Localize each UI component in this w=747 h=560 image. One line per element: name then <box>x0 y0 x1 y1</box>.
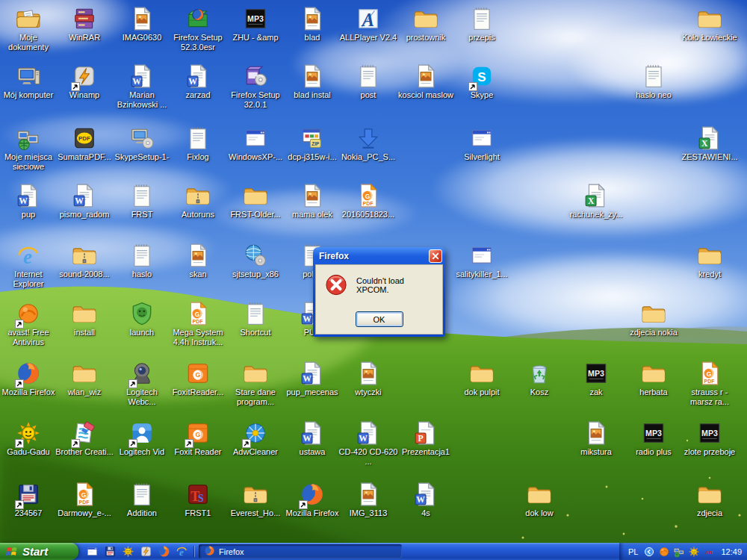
avast-tray-icon[interactable] <box>658 546 670 558</box>
desktop-icon-skypesetup-1[interactable]: SkypeSetup-1- <box>112 125 172 162</box>
desktop-icon-img-3113[interactable]: IMG_3113 <box>338 482 398 518</box>
desktop-icon-zlote-przeboje[interactable]: MP3zlote przeboje <box>680 420 740 457</box>
firefox-quicklaunch-icon[interactable] <box>158 545 170 558</box>
desktop-icon-foxitreader[interactable]: GFoxitReader... <box>168 361 228 397</box>
desktop-icon-cd-420-cd-620[interactable]: WCD-420 CD-620 ... <box>338 420 398 467</box>
desktop-icon-dcp-j315w-i[interactable]: ZIPdcp-j315w-i... <box>282 125 342 162</box>
desktop-icon-prostownik[interactable]: prostownik <box>396 6 456 43</box>
desktop-icon-zarzad[interactable]: Wzarzad <box>168 63 228 100</box>
desktop-icon-kosz[interactable]: Kosz <box>509 361 569 397</box>
desktop-icon-darmowy-e[interactable]: GPDFDarmowy_e-... <box>55 482 114 518</box>
desktop-icon-winamp[interactable]: Winamp <box>55 63 114 100</box>
desktop-icon-firefox-setup-52-3-0esr[interactable]: Firefox Setup 52.3.0esr <box>168 6 228 52</box>
desktop-icon-windowsxp[interactable]: WindowsXP-... <box>226 125 285 162</box>
desktop-icon-m-j-komputer[interactable]: Mój komputer <box>0 63 58 100</box>
taskbar-task-firefox[interactable]: Firefox <box>199 544 402 559</box>
gadu-quicklaunch-icon[interactable] <box>122 545 134 558</box>
desktop-icon-moje-miejsca-sieciowe[interactable]: Moje miejsca sieciowe <box>0 125 58 172</box>
desktop-icon-winrar[interactable]: WinRAR <box>55 6 114 43</box>
desktop-icon-gadu-gadu[interactable]: Gadu-Gadu <box>0 420 58 457</box>
desktop-icon-pup[interactable]: Wpup <box>0 183 58 220</box>
desktop-icon-zestawieni[interactable]: XZESTAWIENI... <box>680 125 740 162</box>
desktop-icon-avast-free-antivirus[interactable]: avast! Free Antivirus <box>0 301 58 347</box>
desktop-icon-radio-plus[interactable]: MP3radio plus <box>624 420 684 457</box>
ati-tray-icon[interactable]: ATI <box>703 546 715 558</box>
desktop-icon-prezentacja1[interactable]: PPrezentacja1 <box>396 420 456 457</box>
desktop-icon-addition[interactable]: Addition <box>112 482 172 518</box>
desktop-icon-frst-older[interactable]: FRST-Older... <box>226 183 285 220</box>
desktop-icon-fixlog[interactable]: Fixlog <box>168 125 228 162</box>
desktop-icon-imag0630[interactable]: IMAG0630 <box>112 6 172 43</box>
desktop-icon-kosciol-maslow[interactable]: kosciol maslow <box>396 63 456 100</box>
desktop-icon-skan[interactable]: skan <box>168 243 228 279</box>
desktop-icon-234567[interactable]: 234567 <box>0 482 58 518</box>
desktop-icon-everest-ho[interactable]: Everest_Ho... <box>226 482 285 518</box>
network-tray-icon[interactable] <box>673 546 685 558</box>
desktop-icon-zhu-amp[interactable]: MP3ZHU - &amp <box>226 6 285 43</box>
desktop-icon-blad-instal[interactable]: blad instal <box>282 63 342 100</box>
desktop-icon-mikstura[interactable]: mikstura <box>566 420 626 457</box>
desktop-icon-salitykiller-1[interactable]: salitykiller_1... <box>452 243 512 279</box>
desktop-icon-herbata[interactable]: herbata <box>624 361 684 397</box>
desktop-icon-logitech-vid[interactable]: Logitech Vid <box>112 420 172 457</box>
desktop-icon-firefox-setup-32-0-1[interactable]: Firefox Setup 32.0.1 <box>226 63 285 110</box>
desktop-icon-stare-dane-program[interactable]: Stare dane program... <box>226 361 285 407</box>
desktop-icon-shortcut[interactable]: Shortcut <box>226 301 285 337</box>
desktop-icon-mozilla-firefox[interactable]: Mozilla Firefox <box>0 361 58 397</box>
desktop-icon-przepis[interactable]: przepis <box>452 6 512 43</box>
gadu-tray-icon[interactable] <box>688 546 700 558</box>
desktop-icon-2016051823[interactable]: GPDF2016051823... <box>338 183 398 220</box>
language-indicator[interactable]: PL <box>628 547 638 556</box>
desktop-icon-marian-bzinkowski[interactable]: WMarian Bzinkowski ... <box>112 63 172 110</box>
ok-button[interactable]: OK <box>356 311 403 327</box>
desktop-icon-haslo-neo[interactable]: haslo neo <box>624 63 684 100</box>
appwin-quicklaunch-icon[interactable] <box>86 545 99 558</box>
desktop-icon-mega-system-4-4h-instruk[interactable]: GPDFMega System 4.4h Instruk... <box>168 301 228 347</box>
desktop-icon-sjtsetup-x86[interactable]: sjtsetup_x86 <box>226 243 285 279</box>
winamp-quicklaunch-icon[interactable] <box>140 545 152 558</box>
dialog-title-bar[interactable]: Firefox <box>315 247 443 264</box>
desktop-icon-silverlight[interactable]: Silverlight <box>452 125 512 162</box>
ie-quicklaunch-icon[interactable]: e <box>176 545 188 558</box>
desktop-icon-sumatrapdf[interactable]: PDFSumatraPDF... <box>55 125 114 162</box>
desktop-icon-mozilla-firefox[interactable]: Mozilla Firefox <box>282 482 342 518</box>
desktop-icon-adwcleaner[interactable]: AdwCleaner <box>226 420 285 457</box>
clock[interactable]: 12:49 <box>721 547 742 556</box>
desktop-icon-blad[interactable]: blad <box>282 6 342 43</box>
hide-arrow-tray-icon[interactable] <box>643 546 655 558</box>
desktop-icon-strauss-r-marsz-ra[interactable]: GPDFstrauss r - marsz ra... <box>680 361 740 407</box>
desktop-icon-moje-dokumenty[interactable]: Moje dokumenty <box>0 6 58 52</box>
desktop-icon-kredyt[interactable]: kredyt <box>680 243 740 279</box>
desktop-icon-brother-creati[interactable]: Brother Creati... <box>55 420 114 457</box>
desktop-icon-frst[interactable]: FRST <box>112 183 172 220</box>
desktop-icon-logitech-webc[interactable]: Logitech Webc... <box>112 361 172 407</box>
desktop-icon-frst1[interactable]: TSFRST1 <box>168 482 228 518</box>
desktop-icon-internet-explorer[interactable]: eInternet Explorer <box>0 243 58 289</box>
desktop-icon-install[interactable]: install <box>55 301 114 337</box>
desktop-icon-pup-mecenas[interactable]: Wpup_mecenas <box>282 361 342 397</box>
desktop-icon-nokia-pc-s[interactable]: Nokia_PC_S... <box>338 125 398 162</box>
desktop-icon-rachunek-zy[interactable]: Xrachunek_zy... <box>566 183 626 220</box>
desktop-icon-sound-2008[interactable]: sound-2008... <box>55 243 114 279</box>
desktop-icon-foxit-reader[interactable]: GFoxit Reader <box>168 420 228 457</box>
floppy-quicklaunch-icon[interactable] <box>104 545 117 558</box>
desktop-icon-zdjecia[interactable]: zdjecia <box>680 482 740 518</box>
desktop-icon-autoruns[interactable]: Autoruns <box>168 183 228 220</box>
desktop-icon-4s[interactable]: W4s <box>396 482 456 518</box>
desktop-icon-post[interactable]: post <box>338 63 398 100</box>
desktop-icon-launch[interactable]: launch <box>112 301 172 337</box>
desktop-icon-allplayer-v2-4[interactable]: AALLPlayer V2.4 <box>338 6 398 43</box>
desktop-icon-pismo-radom[interactable]: Wpismo_radom <box>55 183 114 220</box>
desktop-icon-ko-o-owieckie[interactable]: Koło Łowieckie <box>680 6 740 43</box>
desktop-icon-wtyczki[interactable]: wtyczki <box>338 361 398 397</box>
desktop-icon-zak[interactable]: MP3zak <box>566 361 626 397</box>
desktop-icon-ustawa[interactable]: Wustawa <box>282 420 342 457</box>
start-button[interactable]: Start <box>0 543 78 560</box>
desktop-icon-mama-olek[interactable]: mama olek <box>282 183 342 220</box>
desktop-icon-haslo[interactable]: haslo <box>112 243 172 279</box>
desktop-icon-skype[interactable]: SSkype <box>452 63 512 100</box>
desktop-icon-zdjecia-nokia[interactable]: zdjecia nokia <box>624 301 684 337</box>
desktop-icon-dok-low[interactable]: dok low <box>509 482 569 518</box>
desktop-icon-dok-pulpit[interactable]: dok pulpit <box>452 361 512 397</box>
desktop-icon-wlan-wiz[interactable]: wlan_wiz <box>55 361 114 397</box>
